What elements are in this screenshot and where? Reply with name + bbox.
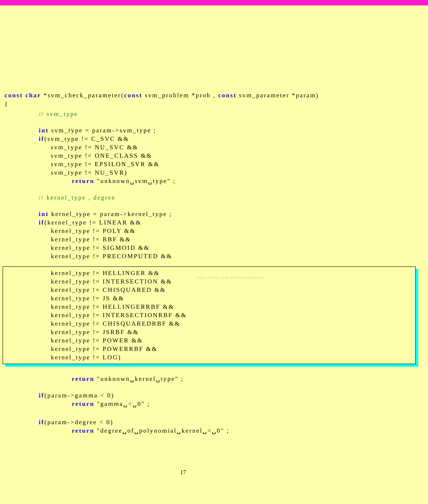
- code-text: kernel_type != JS &&: [51, 295, 124, 302]
- code-keyword: return: [72, 400, 94, 407]
- code-line: svm_type != ONE_CLASS &&: [51, 152, 152, 160]
- watermark-url: http://blog.csdn.net/wxcdzhangping: [198, 276, 263, 279]
- code-text: [23, 92, 25, 99]
- code-keyword: if: [39, 392, 44, 399]
- code-keyword: return: [72, 177, 94, 184]
- code-text: kernel_type != POWERRBF &&: [51, 345, 157, 352]
- code-line: return "unknown␣svm␣type" ;: [72, 177, 176, 185]
- code-keyword: int: [39, 211, 49, 217]
- code-text: svm_type != NU_SVR): [51, 169, 127, 176]
- code-text: "unknown␣kernel␣type" ;: [94, 375, 184, 382]
- code-text: kernel_type != PRECOMPUTED &&: [51, 253, 173, 259]
- code-keyword: const: [5, 92, 23, 99]
- code-keyword: int: [39, 127, 49, 134]
- code-line: kernel_type != HELLINGER &&: [51, 269, 160, 277]
- code-line: int svm_type = param->svm_type ;: [39, 126, 156, 134]
- code-comment: // kernel_type , degree: [39, 194, 115, 201]
- code-line: kernel_type != CHISQUAREDRBF &&: [51, 320, 181, 327]
- code-text: (param->gamma < 0): [44, 392, 114, 399]
- code-text: (kernel_type != LINEAR &&: [44, 219, 141, 226]
- code-line: svm_type != EPSILON_SVR &&: [51, 160, 160, 168]
- code-keyword: char: [25, 92, 41, 99]
- code-text: {: [5, 101, 8, 107]
- code-line: kernel_type != INTERSECTION &&: [51, 277, 172, 285]
- code-line: kernel_type != HELLINGERRBF &&: [51, 303, 174, 311]
- code-line: kernel_type != LOG): [51, 353, 121, 361]
- code-line: return "gamma␣<␣0" ;: [72, 400, 150, 408]
- code-text: kernel_type != HELLINGER &&: [51, 269, 160, 276]
- code-text: svm_type != ONE_CLASS &&: [51, 152, 152, 159]
- code-text: kernel_type = param->kernel_type ;: [49, 211, 172, 217]
- code-text: svm_parameter *param): [237, 92, 319, 99]
- code-text: svm_problem *prob ,: [142, 92, 218, 99]
- code-text: kernel_type != RBF &&: [51, 236, 131, 243]
- code-line: svm_type != NU_SVR): [51, 169, 127, 176]
- code-line: if(svm_type != C_SVC &&: [39, 135, 129, 143]
- code-text: "gamma␣<␣0" ;: [94, 400, 150, 407]
- code-text: (svm_type != C_SVC &&: [44, 135, 129, 142]
- code-text: kernel_type != LOG): [51, 354, 121, 361]
- code-line: if(param->gamma < 0): [39, 391, 114, 399]
- page-number: 17: [180, 469, 186, 476]
- code-line: if(kernel_type != LINEAR &&: [39, 218, 141, 226]
- code-line: kernel_type != CHISQUARED &&: [51, 286, 166, 294]
- code-text: svm_type != EPSILON_SVR &&: [51, 161, 160, 167]
- code-line: {: [5, 100, 8, 108]
- code-line: if(param->degree < 0): [39, 418, 113, 426]
- code-line: kernel_type != JS &&: [51, 294, 124, 302]
- code-text: kernel_type != SIGMOID &&: [51, 244, 150, 251]
- code-line: kernel_type != POLY &&: [51, 227, 136, 235]
- code-line: return "unknown␣kernel␣type" ;: [72, 375, 184, 383]
- code-line: kernel_type != JSRBF &&: [51, 328, 139, 336]
- code-line: kernel_type != PRECOMPUTED &&: [51, 252, 173, 260]
- code-line: kernel_type != INTERSECTIONRBF &&: [51, 311, 187, 319]
- code-line: int kernel_type = param->kernel_type ;: [39, 210, 172, 218]
- code-line: kernel_type != POWER &&: [51, 336, 143, 344]
- code-layer: const char *svm_check_parameter(const sv…: [0, 0, 428, 504]
- code-keyword: return: [72, 375, 94, 382]
- code-line: kernel_type != SIGMOID &&: [51, 244, 150, 252]
- code-line: // kernel_type , degree: [39, 194, 115, 201]
- code-text: kernel_type != JSRBF &&: [51, 328, 139, 335]
- code-keyword: if: [39, 135, 44, 142]
- code-text: kernel_type != INTERSECTION &&: [51, 278, 172, 285]
- code-text: kernel_type != CHISQUAREDRBF &&: [51, 320, 181, 327]
- code-text: svm_type = param->svm_type ;: [49, 127, 156, 134]
- code-text: (param->degree < 0): [44, 419, 113, 426]
- code-text: "degree␣of␣polynomial␣kernel␣<␣0" ;: [94, 427, 230, 434]
- code-keyword: return: [72, 427, 94, 434]
- code-text: kernel_type != POWER &&: [51, 337, 143, 344]
- code-line: const char *svm_check_parameter(const sv…: [5, 91, 319, 99]
- code-keyword: if: [39, 219, 44, 226]
- code-line: svm_type != NU_SVC &&: [51, 143, 139, 151]
- code-line: // svm_type: [39, 110, 78, 118]
- code-text: kernel_type != POLY &&: [51, 227, 136, 234]
- code-text: svm_type != NU_SVC &&: [51, 144, 139, 151]
- code-text: kernel_type != INTERSECTIONRBF &&: [51, 312, 187, 318]
- code-text: kernel_type != CHISQUARED &&: [51, 286, 166, 293]
- code-keyword: const: [218, 92, 237, 99]
- code-line: return "degree␣of␣polynomial␣kernel␣<␣0"…: [72, 427, 230, 435]
- code-comment: // svm_type: [39, 110, 78, 117]
- code-text: *svm_check_parameter(: [41, 92, 124, 99]
- code-text: kernel_type != HELLINGERRBF &&: [51, 303, 174, 310]
- document-page: http://blog.csdn.net/wxcdzhangping const…: [0, 0, 428, 504]
- code-keyword: const: [124, 92, 142, 99]
- code-text: "unknown␣svm␣type" ;: [94, 177, 176, 184]
- code-keyword: if: [39, 419, 44, 426]
- code-line: kernel_type != RBF &&: [51, 235, 131, 243]
- code-line: kernel_type != POWERRBF &&: [51, 345, 157, 353]
